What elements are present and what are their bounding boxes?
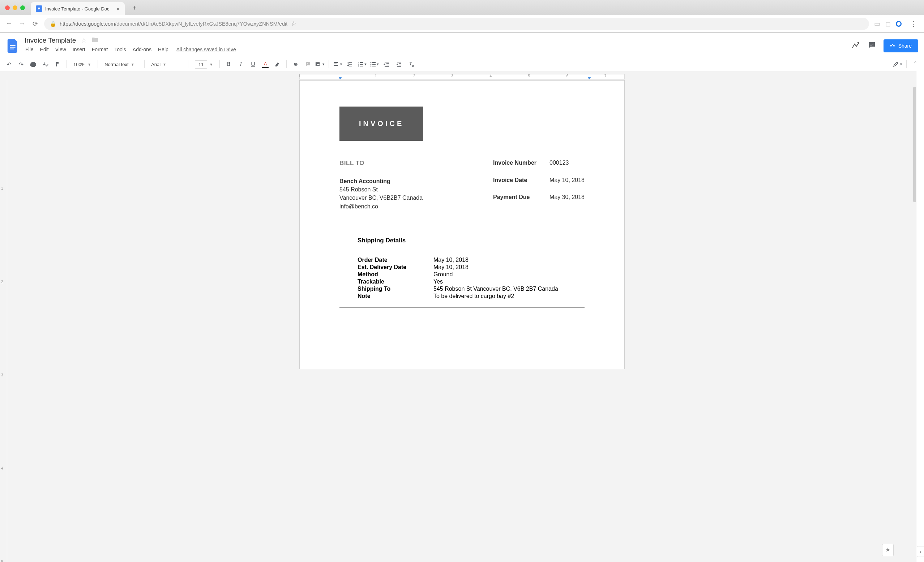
align-icon[interactable]: ▼	[333, 59, 343, 69]
star-document-icon[interactable]: ☆	[81, 36, 87, 45]
bookmark-star-icon[interactable]: ☆	[291, 20, 296, 27]
bold-icon[interactable]: B	[224, 59, 234, 69]
bill-to-company: Bench Accounting	[339, 177, 423, 185]
paint-format-icon[interactable]	[53, 59, 63, 69]
svg-point-19	[370, 66, 371, 67]
svg-rect-5	[10, 47, 15, 48]
window-traffic-lights	[3, 5, 29, 10]
font-size-select[interactable]: ▼	[192, 60, 216, 69]
save-status[interactable]: All changes saved in Drive	[176, 46, 236, 52]
menu-bar: File Edit View Insert Format Tools Add-o…	[25, 45, 848, 55]
right-indent-marker[interactable]	[588, 77, 591, 79]
menu-file[interactable]: File	[25, 46, 34, 52]
window-minimize-icon[interactable]	[13, 5, 17, 10]
bill-to-addr2: Vancouver BC, V6B2B7 Canada	[339, 194, 423, 202]
svg-rect-7	[870, 44, 873, 45]
svg-text:A: A	[43, 62, 46, 66]
highlight-color-icon[interactable]	[273, 59, 283, 69]
activity-icon[interactable]	[852, 42, 860, 50]
underline-icon[interactable]: U	[248, 59, 258, 69]
browser-chrome: Invoice Template - Google Doc × ＋ ← → ⟳ …	[0, 0, 924, 33]
print-icon[interactable]	[28, 59, 38, 69]
collapse-toolbar-icon[interactable]: ˆ	[910, 59, 920, 69]
shipping-title: Shipping Details	[339, 231, 585, 250]
lock-icon[interactable]: 🔒	[50, 21, 56, 27]
shipping-section: Shipping Details Order DateMay 10, 2018 …	[339, 231, 585, 308]
back-icon[interactable]: ←	[5, 20, 13, 27]
menu-edit[interactable]: Edit	[40, 46, 49, 52]
window-close-icon[interactable]	[5, 5, 10, 10]
bill-to-email: info@bench.co	[339, 202, 423, 211]
explore-icon[interactable]	[882, 544, 894, 556]
clear-formatting-icon[interactable]: T	[406, 59, 417, 69]
bill-to-block: BILL TO Bench Accounting 545 Robson St V…	[339, 160, 423, 211]
svg-rect-8	[870, 45, 872, 45]
menu-view[interactable]: View	[55, 46, 66, 52]
svg-rect-6	[10, 49, 14, 49]
browser-tab[interactable]: Invoice Template - Google Doc ×	[31, 2, 125, 15]
toolbar: ↶ ↷ A 100%▼ Normal text▼ Arial▼ ▼ B I U …	[0, 57, 924, 72]
svg-rect-2	[38, 8, 40, 9]
vertical-ruler[interactable]: 1 2 3 4 5	[0, 80, 7, 562]
svg-point-17	[370, 62, 371, 63]
bill-to-addr1: 545 Robson St	[339, 185, 423, 194]
svg-rect-1	[38, 7, 40, 8]
font-size-input[interactable]	[195, 60, 207, 69]
vertical-scrollbar[interactable]	[913, 87, 916, 202]
insert-comment-icon[interactable]	[303, 59, 313, 69]
docs-logo-icon[interactable]	[6, 39, 20, 53]
insert-image-icon[interactable]: ▼	[315, 59, 325, 69]
insert-link-icon[interactable]	[290, 59, 300, 69]
bill-to-title: BILL TO	[339, 160, 423, 167]
browser-menu-icon[interactable]: ⋮	[908, 20, 919, 28]
menu-insert[interactable]: Insert	[73, 46, 86, 52]
bulleted-list-icon[interactable]: ▼	[369, 59, 380, 69]
extension-icons: ▭ ◻	[874, 20, 903, 28]
increase-indent-icon[interactable]	[394, 59, 404, 69]
side-panel-toggle-icon[interactable]: ‹	[917, 546, 924, 557]
undo-icon[interactable]: ↶	[4, 59, 14, 69]
spellcheck-icon[interactable]: A	[40, 59, 51, 69]
move-folder-icon[interactable]	[92, 37, 98, 44]
reload-icon[interactable]: ⟳	[31, 20, 39, 28]
share-button[interactable]: Share	[884, 39, 918, 52]
text-color-icon[interactable]: A	[260, 59, 270, 69]
redo-icon[interactable]: ↷	[16, 59, 26, 69]
editing-mode-icon[interactable]: ▼	[892, 59, 903, 69]
address-bar[interactable]: 🔒 https://docs.google.com/document/d/1ln…	[44, 18, 869, 30]
chat-ext-icon[interactable]: ▭	[874, 20, 880, 28]
forward-icon[interactable]: →	[18, 20, 26, 27]
menu-format[interactable]: Format	[92, 46, 108, 52]
decrease-indent-icon[interactable]	[382, 59, 392, 69]
horizontal-ruler[interactable]: 1 1 2 3 4 5 6 7	[299, 74, 625, 79]
zoom-select[interactable]: 100%▼	[70, 62, 94, 67]
url-text: https://docs.google.com/document/d/1lnAe…	[60, 21, 287, 27]
menu-tools[interactable]: Tools	[114, 46, 126, 52]
window-zoom-icon[interactable]	[20, 5, 25, 10]
tab-close-icon[interactable]: ×	[116, 6, 120, 12]
circle-ext-icon[interactable]	[896, 21, 902, 27]
svg-point-18	[370, 64, 371, 65]
italic-icon[interactable]: I	[236, 59, 246, 69]
line-spacing-icon[interactable]	[345, 59, 355, 69]
camera-ext-icon[interactable]: ◻	[885, 20, 891, 28]
svg-text:3: 3	[358, 65, 359, 67]
document-title[interactable]: Invoice Template	[25, 36, 76, 45]
share-button-label: Share	[898, 43, 912, 49]
invoice-banner: INVOICE	[339, 106, 423, 141]
page[interactable]: INVOICE BILL TO Bench Accounting 545 Rob…	[299, 80, 625, 369]
docs-header: Invoice Template ☆ File Edit View Insert…	[0, 33, 924, 57]
new-tab-icon[interactable]: ＋	[126, 3, 143, 12]
svg-rect-3	[38, 9, 39, 9]
menu-help[interactable]: Help	[158, 46, 168, 52]
docs-favicon-icon	[36, 5, 42, 12]
comments-icon[interactable]	[868, 42, 876, 51]
font-select[interactable]: Arial▼	[148, 62, 184, 67]
menu-addons[interactable]: Add-ons	[133, 46, 152, 52]
tab-title: Invoice Template - Google Doc	[45, 6, 114, 12]
left-indent-marker[interactable]	[338, 77, 342, 79]
address-bar-row: ← → ⟳ 🔒 https://docs.google.com/document…	[0, 15, 924, 33]
numbered-list-icon[interactable]: 123▼	[357, 59, 367, 69]
style-select[interactable]: Normal text▼	[102, 62, 141, 67]
svg-text:T: T	[409, 61, 412, 66]
